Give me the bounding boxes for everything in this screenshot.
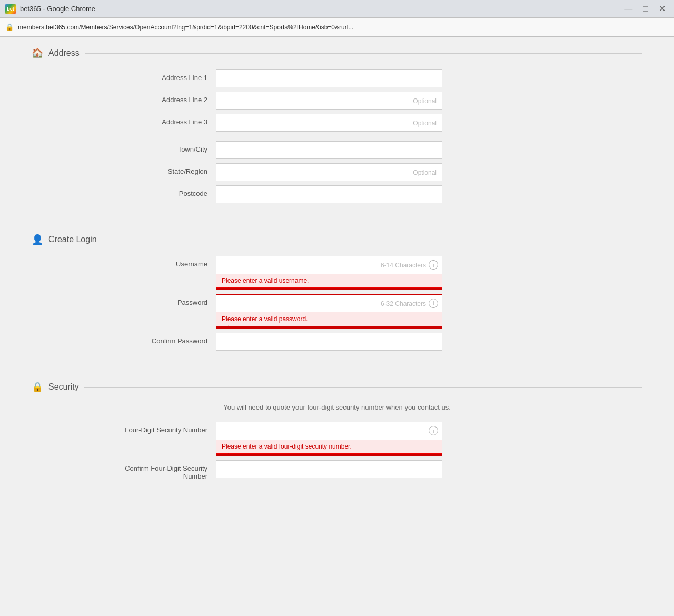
chrome-titlebar: bet bet365 - Google Chrome — □ ✕	[0, 0, 674, 18]
confirm-security-input[interactable]	[216, 460, 442, 478]
security-number-field: i Please enter a valid four-digit securi…	[216, 422, 442, 456]
town-label: Town/City	[100, 141, 216, 153]
browser-title: bet365 - Google Chrome	[20, 5, 95, 13]
security-number-error: Please enter a valid four-digit security…	[216, 440, 442, 454]
address2-field	[216, 92, 442, 110]
login-icon: 👤	[32, 234, 43, 245]
address3-field	[216, 114, 442, 132]
url-text[interactable]: members.bet365.com/Members/Services/Open…	[18, 24, 353, 31]
username-row: Username i Please enter a valid username…	[100, 256, 574, 290]
confirm-security-label: Confirm Four-Digit Security Number	[100, 460, 216, 480]
address1-input[interactable]	[216, 69, 442, 87]
address3-row: Address Line 3	[100, 114, 574, 132]
address-bar: 🔒 members.bet365.com/Members/Services/Op…	[0, 18, 674, 37]
address-divider-line	[85, 53, 642, 54]
create-login-section: 👤 Create Login Username i Please enter a…	[0, 223, 674, 371]
login-divider-line	[102, 240, 642, 240]
security-number-input[interactable]	[216, 422, 442, 440]
create-login-title: Create Login	[48, 235, 97, 244]
address1-field	[216, 69, 442, 87]
state-field	[216, 163, 442, 181]
state-label: State/Region	[100, 163, 216, 175]
password-row: Password i Please enter a valid password…	[100, 294, 574, 329]
address-section-header: 🏠 Address	[32, 47, 642, 59]
address2-input[interactable]	[216, 92, 442, 110]
minimize-button[interactable]: —	[621, 3, 636, 15]
postcode-label: Postcode	[100, 185, 216, 197]
confirm-password-row: Confirm Password	[100, 333, 574, 351]
password-label: Password	[100, 294, 216, 306]
window-controls[interactable]: — □ ✕	[621, 3, 669, 15]
address2-row: Address Line 2	[100, 92, 574, 110]
create-login-header: 👤 Create Login	[32, 234, 642, 245]
username-error: Please enter a valid username.	[216, 274, 442, 288]
username-label: Username	[100, 256, 216, 268]
username-field: i Please enter a valid username.	[216, 256, 442, 290]
username-input-wrapper: i	[216, 256, 442, 274]
address-section-title: Address	[48, 48, 80, 58]
confirm-security-row: Confirm Four-Digit Security Number	[100, 460, 574, 480]
security-icon: 🔒	[32, 381, 43, 393]
security-number-label: Four-Digit Security Number	[100, 422, 216, 434]
postcode-input[interactable]	[216, 185, 442, 203]
confirm-password-label: Confirm Password	[100, 333, 216, 345]
security-title: Security	[48, 382, 79, 392]
browser-logo: bet	[5, 4, 16, 14]
password-input[interactable]	[216, 294, 442, 312]
address2-label: Address Line 2	[100, 92, 216, 104]
town-input[interactable]	[216, 141, 442, 159]
password-info-icon[interactable]: i	[429, 299, 438, 308]
security-divider-line	[84, 387, 642, 388]
titlebar-left: bet bet365 - Google Chrome	[5, 4, 95, 14]
address1-label: Address Line 1	[100, 69, 216, 82]
password-error: Please enter a valid password.	[216, 312, 442, 326]
username-info-icon[interactable]: i	[429, 260, 438, 270]
username-error-indicator	[216, 288, 442, 290]
state-row: State/Region	[100, 163, 574, 181]
maximize-button[interactable]: □	[640, 3, 651, 15]
security-number-row: Four-Digit Security Number i Please ente…	[100, 422, 574, 456]
address-icon: 🏠	[32, 47, 43, 59]
town-field	[216, 141, 442, 159]
confirm-security-field	[216, 460, 442, 478]
state-input[interactable]	[216, 163, 442, 181]
address-section: 🏠 Address Address Line 1 Address Line 2 …	[0, 37, 674, 223]
lock-icon: 🔒	[5, 23, 14, 31]
password-field: i Please enter a valid password.	[216, 294, 442, 329]
address3-input[interactable]	[216, 114, 442, 132]
security-number-input-wrapper: i	[216, 422, 442, 440]
page-content: 🏠 Address Address Line 1 Address Line 2 …	[0, 37, 674, 616]
address1-row: Address Line 1	[100, 69, 574, 87]
security-number-error-indicator	[216, 454, 442, 456]
postcode-row: Postcode	[100, 185, 574, 203]
password-input-wrapper: i	[216, 294, 442, 312]
confirm-password-field	[216, 333, 442, 351]
confirm-password-input[interactable]	[216, 333, 442, 351]
security-info-text: You will need to quote your four-digit s…	[100, 403, 574, 411]
security-section: 🔒 Security You will need to quote your f…	[0, 371, 674, 500]
security-header: 🔒 Security	[32, 381, 642, 393]
postcode-field	[216, 185, 442, 203]
username-input[interactable]	[216, 256, 442, 274]
password-error-indicator	[216, 326, 442, 329]
close-button[interactable]: ✕	[656, 3, 669, 15]
security-number-info-icon[interactable]: i	[429, 426, 438, 435]
address3-label: Address Line 3	[100, 114, 216, 126]
town-row: Town/City	[100, 141, 574, 159]
